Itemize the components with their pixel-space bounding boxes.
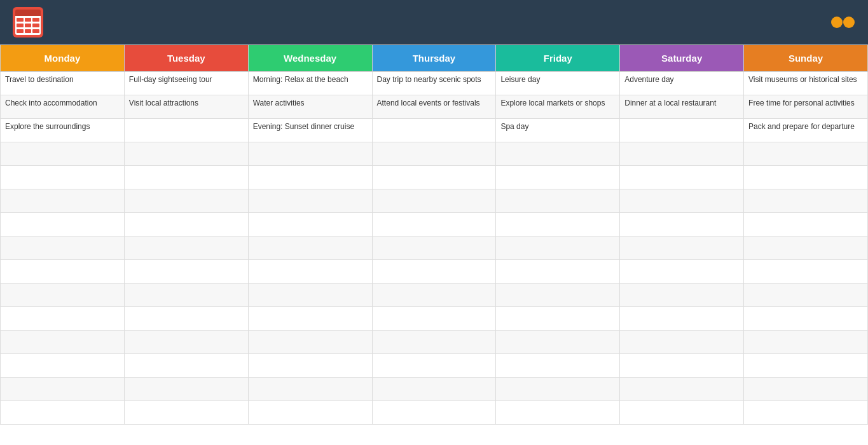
table-cell: Water activities <box>248 95 372 119</box>
table-cell: Travel to destination <box>1 72 125 95</box>
table-cell <box>744 354 868 378</box>
table-cell <box>620 284 744 307</box>
calendar-icon <box>13 7 43 38</box>
table-cell <box>620 213 744 236</box>
table-cell <box>248 354 372 378</box>
table-cell <box>372 401 496 425</box>
table-cell <box>124 236 248 260</box>
table-cell <box>124 142 248 166</box>
table-cell <box>124 378 248 401</box>
col-header-wednesday: Wednesday <box>248 45 372 72</box>
table-cell <box>1 378 125 401</box>
table-cell <box>1 354 125 378</box>
table-cell <box>124 284 248 307</box>
table-cell <box>744 189 868 213</box>
table-cell: Full-day sightseeing tour <box>124 72 248 95</box>
table-cell <box>496 354 620 378</box>
table-row <box>1 284 868 307</box>
table-cell: Dinner at a local restaurant <box>620 95 744 119</box>
calendar-body: Travel to destinationFull-day sightseein… <box>1 72 868 425</box>
col-header-friday: Friday <box>496 45 620 72</box>
table-cell <box>1 331 125 354</box>
table-cell <box>744 260 868 284</box>
table-cell: Spa day <box>496 119 620 142</box>
table-cell <box>496 213 620 236</box>
col-header-thursday: Thursday <box>372 45 496 72</box>
table-cell <box>372 378 496 401</box>
table-cell <box>1 189 125 213</box>
table-cell <box>496 378 620 401</box>
table-cell <box>124 307 248 331</box>
table-cell <box>496 401 620 425</box>
table-cell <box>744 142 868 166</box>
table-row <box>1 378 868 401</box>
table-row <box>1 307 868 331</box>
table-cell <box>620 119 744 142</box>
table-row <box>1 213 868 236</box>
table-cell: Attend local events or festivals <box>372 95 496 119</box>
table-cell <box>124 331 248 354</box>
table-cell <box>744 307 868 331</box>
table-cell <box>248 284 372 307</box>
table-cell: Free time for personal activities <box>744 95 868 119</box>
table-cell <box>496 260 620 284</box>
table-row <box>1 260 868 284</box>
table-cell <box>744 284 868 307</box>
table-cell: Leisure day <box>496 72 620 95</box>
table-cell <box>744 378 868 401</box>
table-cell <box>248 166 372 189</box>
table-cell: Explore local markets or shops <box>496 95 620 119</box>
table-row <box>1 142 868 166</box>
table-cell <box>1 213 125 236</box>
col-header-monday: Monday <box>1 45 125 72</box>
table-cell <box>744 236 868 260</box>
table-cell <box>620 142 744 166</box>
table-cell <box>248 142 372 166</box>
table-cell <box>124 166 248 189</box>
table-cell <box>124 260 248 284</box>
table-cell <box>372 307 496 331</box>
table-cell <box>620 260 744 284</box>
table-row <box>1 401 868 425</box>
table-row <box>1 166 868 189</box>
table-row: Check into accommodationVisit local attr… <box>1 95 868 119</box>
col-header-saturday: Saturday <box>620 45 744 72</box>
table-cell <box>1 166 125 189</box>
table-row <box>1 331 868 354</box>
table-cell: Day trip to nearby scenic spots <box>372 72 496 95</box>
table-cell <box>1 142 125 166</box>
table-cell <box>1 260 125 284</box>
table-cell <box>248 236 372 260</box>
table-cell <box>248 260 372 284</box>
table-cell <box>496 142 620 166</box>
col-header-tuesday: Tuesday <box>124 45 248 72</box>
table-cell <box>372 189 496 213</box>
table-cell <box>620 401 744 425</box>
table-cell <box>248 331 372 354</box>
table-row: Explore the surroundingsEvening: Sunset … <box>1 119 868 142</box>
table-cell <box>1 236 125 260</box>
table-cell <box>496 307 620 331</box>
table-cell <box>496 331 620 354</box>
table-cell: Pack and prepare for departure <box>744 119 868 142</box>
table-cell <box>372 213 496 236</box>
table-cell <box>124 354 248 378</box>
table-cell <box>620 331 744 354</box>
table-cell <box>248 307 372 331</box>
table-cell <box>372 331 496 354</box>
calendar-table: MondayTuesdayWednesdayThursdayFridaySatu… <box>0 44 868 425</box>
table-cell <box>496 189 620 213</box>
table-cell <box>496 284 620 307</box>
logo-text <box>843 17 855 28</box>
table-cell <box>248 378 372 401</box>
header-logo <box>831 12 855 32</box>
table-cell <box>496 166 620 189</box>
table-cell <box>1 284 125 307</box>
header <box>0 0 868 44</box>
table-row <box>1 189 868 213</box>
table-cell <box>744 213 868 236</box>
table-cell: Check into accommodation <box>1 95 125 119</box>
table-cell <box>496 236 620 260</box>
table-cell <box>620 166 744 189</box>
table-cell: Morning: Relax at the beach <box>248 72 372 95</box>
